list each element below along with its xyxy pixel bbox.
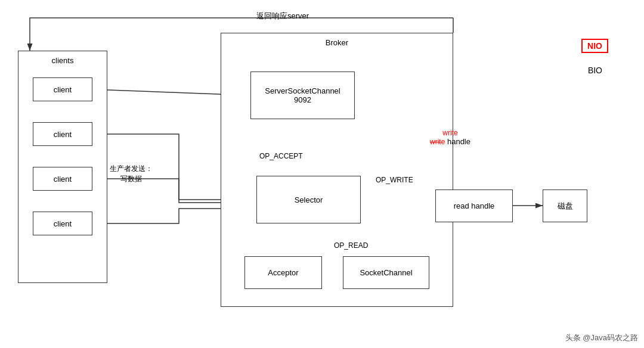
op-read-label: OP_READ bbox=[334, 241, 368, 250]
op-accept-text: OP_ACCEPT bbox=[259, 152, 303, 160]
client4-label: client bbox=[54, 219, 72, 228]
socket-channel-box: SocketChannel bbox=[343, 256, 429, 289]
acceptor-box: Acceptor bbox=[244, 256, 322, 289]
clients-label: clients bbox=[52, 56, 74, 65]
diagram-container: clients client client client client Brok… bbox=[0, 0, 644, 348]
server-socket-channel-label: ServerSocketChannel bbox=[265, 86, 340, 95]
bio-legend-label: BIO bbox=[588, 66, 602, 75]
acceptor-label: Acceptor bbox=[268, 268, 298, 277]
selector-box: Selector bbox=[256, 176, 361, 223]
write-label-top: write bbox=[442, 129, 457, 137]
read-handle-label: read handle bbox=[454, 201, 495, 210]
socket-channel-label: SocketChannel bbox=[360, 268, 412, 277]
return-response-label: 返回响应server bbox=[256, 11, 309, 21]
nio-legend-box: NIO bbox=[581, 39, 608, 53]
producer-send-label: 生产者发送：写数据 bbox=[98, 164, 164, 184]
op-read-text: OP_READ bbox=[334, 241, 368, 250]
return-response-text: 返回响应server bbox=[256, 11, 309, 20]
bio-label: BIO bbox=[588, 66, 602, 75]
client-box-3: client bbox=[33, 167, 92, 191]
client-box-1: client bbox=[33, 77, 92, 101]
nio-label: NIO bbox=[587, 41, 602, 51]
handle-label: handle bbox=[447, 137, 470, 146]
disk-box: 磁盘 bbox=[543, 189, 587, 222]
client3-label: client bbox=[54, 175, 72, 184]
client-box-4: client bbox=[33, 212, 92, 235]
disk-label: 磁盘 bbox=[558, 201, 573, 212]
server-socket-channel-box: ServerSocketChannel 9092 bbox=[250, 72, 355, 119]
read-handle-box: read handle bbox=[435, 189, 513, 222]
broker-label: Broker bbox=[326, 38, 348, 47]
op-accept-label: OP_ACCEPT bbox=[259, 152, 303, 160]
client1-label: client bbox=[54, 85, 72, 94]
server-socket-port-label: 9092 bbox=[294, 95, 311, 104]
watermark: 头条 @Java码农之路 bbox=[565, 333, 638, 343]
client2-label: client bbox=[54, 130, 72, 139]
op-write-text: OP_WRITE bbox=[376, 176, 413, 184]
producer-send-text: 生产者发送：写数据 bbox=[110, 164, 153, 183]
client-box-2: client bbox=[33, 122, 92, 146]
watermark-text: 头条 @Java码农之路 bbox=[565, 333, 638, 342]
write-handle-area: write write handle bbox=[411, 128, 489, 146]
op-write-label: OP_WRITE bbox=[376, 176, 413, 184]
selector-label: Selector bbox=[295, 195, 323, 204]
write-label-strikethrough: write bbox=[430, 138, 445, 146]
